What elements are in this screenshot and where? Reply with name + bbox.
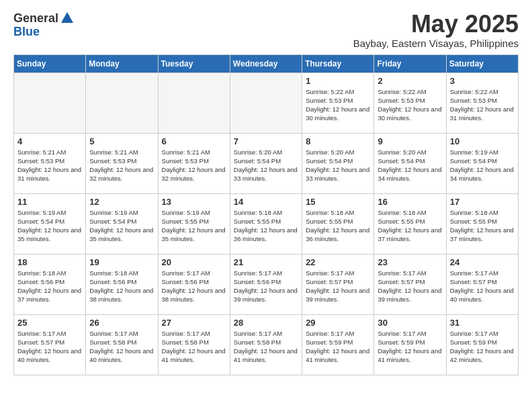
location-title: Baybay, Eastern Visayas, Philippines [353,38,519,49]
day-number: 12 [89,197,154,207]
day-info: Sunrise: 5:17 AMSunset: 5:58 PMDaylight:… [89,329,154,365]
day-cell: 16Sunrise: 5:18 AMSunset: 5:55 PMDayligh… [374,193,446,254]
day-cell [158,73,230,133]
day-cell [14,73,86,133]
day-number: 15 [306,197,370,207]
day-number: 1 [306,76,370,86]
day-cell: 26Sunrise: 5:17 AMSunset: 5:58 PMDayligh… [86,314,158,375]
day-cell: 9Sunrise: 5:20 AMSunset: 5:54 PMDaylight… [374,133,446,193]
day-info: Sunrise: 5:22 AMSunset: 5:53 PMDaylight:… [378,87,442,123]
day-number: 3 [450,76,515,86]
day-cell: 8Sunrise: 5:20 AMSunset: 5:54 PMDaylight… [302,133,374,193]
svg-marker-0 [61,12,73,23]
weekday-header-thursday: Thursday [302,54,374,73]
day-number: 13 [162,197,226,207]
day-cell: 6Sunrise: 5:21 AMSunset: 5:53 PMDaylight… [158,133,230,193]
weekday-header-saturday: Saturday [446,54,518,73]
week-row-3: 11Sunrise: 5:19 AMSunset: 5:54 PMDayligh… [14,193,519,254]
day-number: 10 [450,136,515,146]
logo-blue-text: Blue [13,26,40,38]
calendar-table: SundayMondayTuesdayWednesdayThursdayFrid… [13,54,519,375]
day-cell: 23Sunrise: 5:17 AMSunset: 5:57 PMDayligh… [374,254,446,314]
day-cell: 15Sunrise: 5:18 AMSunset: 5:55 PMDayligh… [302,193,374,254]
day-number: 30 [378,318,442,328]
day-number: 22 [306,257,370,267]
day-number: 9 [378,136,442,146]
day-cell: 25Sunrise: 5:17 AMSunset: 5:57 PMDayligh… [14,314,86,375]
calendar-container: General Blue May 2025 Baybay, Eastern Vi… [0,0,532,389]
day-info: Sunrise: 5:20 AMSunset: 5:54 PMDaylight:… [234,148,298,183]
day-cell: 10Sunrise: 5:19 AMSunset: 5:54 PMDayligh… [446,133,518,193]
day-info: Sunrise: 5:21 AMSunset: 5:53 PMDaylight:… [162,148,226,183]
week-row-5: 25Sunrise: 5:17 AMSunset: 5:57 PMDayligh… [14,314,519,375]
day-number: 17 [450,197,515,207]
day-info: Sunrise: 5:22 AMSunset: 5:53 PMDaylight:… [450,87,515,123]
day-number: 19 [89,257,154,267]
day-number: 5 [89,136,154,146]
day-info: Sunrise: 5:17 AMSunset: 5:59 PMDaylight:… [378,329,442,365]
day-number: 31 [450,318,515,328]
day-cell [86,73,158,133]
day-info: Sunrise: 5:21 AMSunset: 5:53 PMDaylight:… [89,148,154,183]
title-block: May 2025 Baybay, Eastern Visayas, Philip… [353,11,519,49]
day-cell: 13Sunrise: 5:19 AMSunset: 5:55 PMDayligh… [158,193,230,254]
day-number: 7 [234,136,298,146]
day-info: Sunrise: 5:17 AMSunset: 5:59 PMDaylight:… [450,329,515,365]
day-number: 8 [306,136,370,146]
day-number: 23 [378,257,442,267]
day-number: 11 [17,197,82,207]
day-cell: 19Sunrise: 5:18 AMSunset: 5:56 PMDayligh… [86,254,158,314]
day-cell [230,73,302,133]
day-info: Sunrise: 5:18 AMSunset: 5:55 PMDaylight:… [234,208,298,244]
header: General Blue May 2025 Baybay, Eastern Vi… [13,11,519,49]
logo: General Blue [13,11,75,38]
day-info: Sunrise: 5:19 AMSunset: 5:54 PMDaylight:… [17,208,82,244]
day-info: Sunrise: 5:18 AMSunset: 5:55 PMDaylight:… [306,208,370,244]
day-number: 27 [162,318,226,328]
day-number: 14 [234,197,298,207]
day-number: 26 [89,318,154,328]
day-number: 21 [234,257,298,267]
day-cell: 30Sunrise: 5:17 AMSunset: 5:59 PMDayligh… [374,314,446,375]
day-cell: 3Sunrise: 5:22 AMSunset: 5:53 PMDaylight… [446,73,518,133]
day-cell: 2Sunrise: 5:22 AMSunset: 5:53 PMDaylight… [374,73,446,133]
weekday-header-monday: Monday [86,54,158,73]
weekday-header-tuesday: Tuesday [158,54,230,73]
weekday-header-sunday: Sunday [14,54,86,73]
day-info: Sunrise: 5:22 AMSunset: 5:53 PMDaylight:… [306,87,370,123]
day-info: Sunrise: 5:19 AMSunset: 5:55 PMDaylight:… [162,208,226,244]
day-cell: 24Sunrise: 5:17 AMSunset: 5:57 PMDayligh… [446,254,518,314]
day-info: Sunrise: 5:17 AMSunset: 5:59 PMDaylight:… [306,329,370,365]
day-cell: 20Sunrise: 5:17 AMSunset: 5:56 PMDayligh… [158,254,230,314]
day-cell: 5Sunrise: 5:21 AMSunset: 5:53 PMDaylight… [86,133,158,193]
day-info: Sunrise: 5:20 AMSunset: 5:54 PMDaylight:… [306,148,370,183]
day-info: Sunrise: 5:17 AMSunset: 5:57 PMDaylight:… [378,269,442,304]
week-row-1: 1Sunrise: 5:22 AMSunset: 5:53 PMDaylight… [14,73,519,133]
weekday-header-friday: Friday [374,54,446,73]
day-cell: 18Sunrise: 5:18 AMSunset: 5:56 PMDayligh… [14,254,86,314]
day-info: Sunrise: 5:17 AMSunset: 5:56 PMDaylight:… [162,269,226,304]
day-info: Sunrise: 5:20 AMSunset: 5:54 PMDaylight:… [378,148,442,183]
day-cell: 31Sunrise: 5:17 AMSunset: 5:59 PMDayligh… [446,314,518,375]
logo-icon [60,11,75,26]
day-cell: 4Sunrise: 5:21 AMSunset: 5:53 PMDaylight… [14,133,86,193]
day-cell: 1Sunrise: 5:22 AMSunset: 5:53 PMDaylight… [302,73,374,133]
day-cell: 7Sunrise: 5:20 AMSunset: 5:54 PMDaylight… [230,133,302,193]
day-info: Sunrise: 5:19 AMSunset: 5:54 PMDaylight:… [89,208,154,244]
day-cell: 12Sunrise: 5:19 AMSunset: 5:54 PMDayligh… [86,193,158,254]
day-number: 20 [162,257,226,267]
day-cell: 14Sunrise: 5:18 AMSunset: 5:55 PMDayligh… [230,193,302,254]
day-info: Sunrise: 5:17 AMSunset: 5:58 PMDaylight:… [234,329,298,365]
week-row-4: 18Sunrise: 5:18 AMSunset: 5:56 PMDayligh… [14,254,519,314]
day-info: Sunrise: 5:17 AMSunset: 5:57 PMDaylight:… [306,269,370,304]
weekday-header-wednesday: Wednesday [230,54,302,73]
day-number: 2 [378,76,442,86]
day-number: 6 [162,136,226,146]
day-cell: 17Sunrise: 5:18 AMSunset: 5:55 PMDayligh… [446,193,518,254]
day-cell: 27Sunrise: 5:17 AMSunset: 5:58 PMDayligh… [158,314,230,375]
day-info: Sunrise: 5:18 AMSunset: 5:56 PMDaylight:… [89,269,154,304]
day-info: Sunrise: 5:17 AMSunset: 5:57 PMDaylight:… [17,329,82,365]
day-number: 28 [234,318,298,328]
day-cell: 11Sunrise: 5:19 AMSunset: 5:54 PMDayligh… [14,193,86,254]
day-cell: 22Sunrise: 5:17 AMSunset: 5:57 PMDayligh… [302,254,374,314]
